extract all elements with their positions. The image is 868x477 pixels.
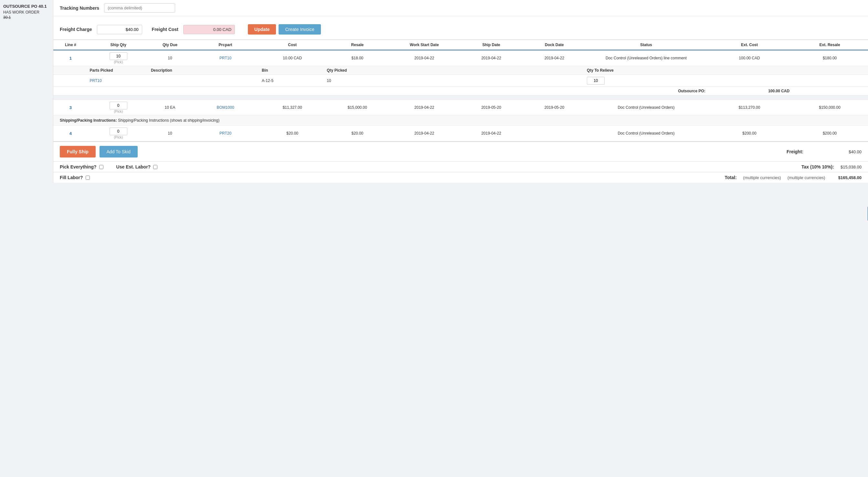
outsource-po-value: 100.00 CAD (707, 87, 792, 96)
total-currency-text: (multiple currencies) (787, 175, 825, 180)
fully-ship-button[interactable]: Fully Ship (60, 146, 96, 158)
total-currency: (multiple currencies) (743, 175, 781, 180)
ship-date-1: 2019-04-22 (459, 50, 524, 66)
cost-4: $20.00 (260, 126, 325, 141)
total-row: Fill Labor? Total: (multiple currencies)… (53, 172, 868, 183)
ship-date-3: 2019-05-20 (459, 100, 524, 115)
freight-cost-input[interactable] (183, 25, 235, 34)
ship-qty-1-input[interactable] (110, 52, 127, 60)
sub-qty-picked-1: 10 (325, 75, 390, 87)
status-1: Doc Control (Unreleased Orders) line com… (585, 50, 707, 66)
col-header-cost: Cost (260, 40, 325, 50)
action-buttons: Fully Ship Add To Skid (60, 146, 138, 158)
line-4: 4 (69, 131, 72, 136)
footer-buttons-row: Fully Ship Add To Skid Freight: $40.00 (53, 141, 868, 161)
table-wrapper: Line # Ship Qty Qty Due Prcpart Cost Res… (53, 40, 868, 141)
ext-cost-1: 100.00 CAD (707, 50, 792, 66)
use-est-labor-checkbox[interactable] (153, 165, 157, 169)
freight-charge-input[interactable] (97, 25, 142, 34)
resale-3: $15,000.00 (325, 100, 390, 115)
ship-date-4: 2019-04-22 (459, 126, 524, 141)
work-start-3: 2019-04-22 (390, 100, 459, 115)
work-order-number: 30.1 (3, 15, 50, 20)
cost-1: 10.00 CAD (260, 50, 325, 66)
tax-row: Pick Everything? Use Est. Labor? Tax (10… (53, 161, 868, 172)
col-header-workstart: Work Start Date (390, 40, 459, 50)
col-header-shipqty: Ship Qty (88, 40, 149, 50)
tracking-label: Tracking Numbers (60, 5, 99, 11)
fill-labor-section: Fill Labor? (60, 175, 90, 180)
col-header-prcpart: Prcpart (191, 40, 260, 50)
ext-cost-3: $113,270.00 (707, 100, 792, 115)
tax-section: Tax (10% 10%): $15,038.00 (801, 164, 862, 169)
status-3: Doc Control (Unreleased Orders) (585, 100, 707, 115)
freight-cost-label: Freight Cost (152, 27, 178, 32)
total-section: Total: (multiple currencies) (multiple c… (725, 175, 862, 180)
prcpart-3-link[interactable]: BOM1000 (217, 105, 234, 110)
freight-row: Freight Charge Freight Cost Update Creat… (53, 21, 868, 40)
ext-cost-4: $200.00 (707, 126, 792, 141)
table-row-3: 3 (Pick) 10 EA BOM1000 $11,327.00 $15,00… (53, 100, 868, 115)
tracking-input[interactable] (104, 3, 175, 12)
ship-qty-4-input[interactable] (110, 128, 127, 135)
qty-due-3: 10 EA (149, 100, 191, 115)
dock-date-1: 2019-04-22 (524, 50, 585, 66)
pick-label-4: (Pick) (114, 135, 123, 139)
pick-everything-checkbox[interactable] (99, 165, 103, 169)
sub-description-1 (149, 75, 260, 87)
prcpart-4-link[interactable]: PRT20 (219, 131, 231, 136)
sub-col-qty-picked: Qty Picked (325, 66, 390, 75)
use-est-labor-label: Use Est. Labor? (116, 164, 151, 169)
cost-3: $11,327.00 (260, 100, 325, 115)
work-start-1: 2019-04-22 (390, 50, 459, 66)
parts-picked-1-link[interactable]: PRT10 (90, 78, 102, 83)
create-invoice-button[interactable]: Create Invoice (279, 24, 320, 35)
col-header-extcost: Ext. Cost (707, 40, 792, 50)
tax-label: Tax (10% 10%): (801, 164, 834, 169)
pick-everything-section: Pick Everything? Use Est. Labor? (60, 164, 157, 169)
outsource-po-title: OUTSOURCE PO 40.1 (3, 4, 50, 9)
qty-relieve-1-input[interactable] (587, 77, 604, 84)
work-start-4: 2019-04-22 (390, 126, 459, 141)
table-row-4: 4 (Pick) 10 PRT20 $20.00 $20.00 (53, 126, 868, 141)
pick-label-3: (Pick) (114, 109, 123, 113)
col-header-line: Line # (53, 40, 88, 50)
table-row: 1 (Pick) 10 PRT10 10.00 CAD $18.00 (53, 50, 868, 66)
line-1: 1 (69, 56, 72, 61)
left-sidebar: OUTSOURCE PO 40.1 HAS WORK ORDER 30.1 (0, 0, 53, 183)
pick-everything-label: Pick Everything? (60, 164, 97, 169)
sub-bin-1: A-12-5 (260, 75, 325, 87)
has-work-order: HAS WORK ORDER (3, 10, 50, 14)
instruction-text: Shipping/Packing Instructions (shows at … (118, 118, 219, 123)
shipment-table: Line # Ship Qty Qty Due Prcpart Cost Res… (53, 40, 868, 141)
ext-resale-4: $200.00 (792, 126, 868, 141)
update-button[interactable]: Update (248, 24, 276, 35)
fill-labor-label: Fill Labor? (60, 175, 83, 180)
sub-col-parts-picked: Parts Picked (88, 66, 149, 75)
ext-resale-3: $150,000.00 (792, 100, 868, 115)
col-header-shipdate: Ship Date (459, 40, 524, 50)
dock-date-3: 2019-05-20 (524, 100, 585, 115)
freight-charge-label: Freight Charge (60, 27, 92, 32)
qty-due-4: 10 (149, 126, 191, 141)
line-3: 3 (69, 105, 72, 110)
resale-1: $18.00 (325, 50, 390, 66)
prcpart-1-link[interactable]: PRT10 (219, 56, 231, 60)
tracking-row: Tracking Numbers (53, 0, 868, 16)
fill-labor-checkbox[interactable] (86, 176, 90, 180)
sub-header-row-1: Parts Picked Description Bin Qty Picked … (53, 66, 868, 75)
col-header-status: Status (585, 40, 707, 50)
sub-col-qty-relieve: Qty To Relieve (585, 66, 707, 75)
add-to-skid-button[interactable]: Add To Skid (99, 146, 138, 158)
col-header-qtydue: Qty Due (149, 40, 191, 50)
resale-4: $20.00 (325, 126, 390, 141)
ship-qty-3-input[interactable] (110, 102, 127, 109)
pick-label-1: (Pick) (114, 60, 123, 64)
dock-date-4 (524, 126, 585, 141)
total-label: Total: (725, 175, 737, 180)
status-4: Doc Control (Unreleased Orders) (585, 126, 707, 141)
sub-col-bin: Bin (260, 66, 325, 75)
col-header-resale: Resale (325, 40, 390, 50)
total-value: $165,458.00 (838, 175, 862, 180)
col-header-dockdate: Dock Date (524, 40, 585, 50)
